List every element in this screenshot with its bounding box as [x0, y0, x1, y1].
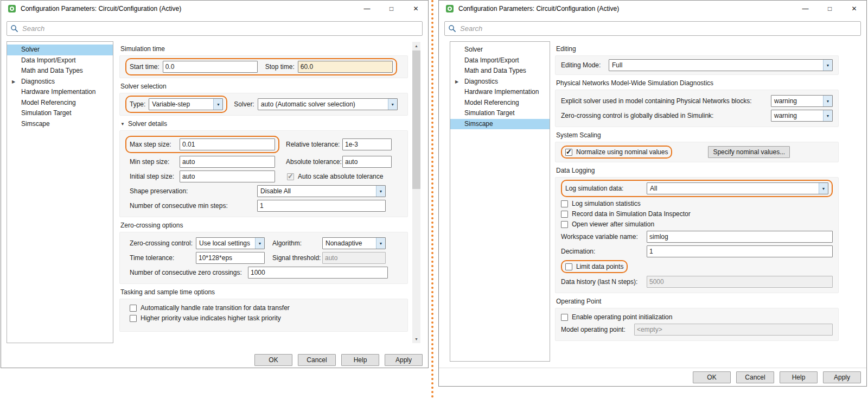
chevron-down-icon[interactable]: [213, 99, 222, 110]
sidebar-item-simscape[interactable]: Simscape: [450, 119, 550, 130]
sidebar-item-data-import-export[interactable]: Data Import/Export: [7, 55, 113, 66]
ok-button[interactable]: OK: [693, 371, 731, 383]
auto-scale-checkbox[interactable]: [287, 173, 294, 180]
solver-label: Solver:: [234, 100, 254, 108]
editing-mode-dropdown[interactable]: Full: [609, 59, 833, 71]
sidebar-item-simulation-target[interactable]: Simulation Target: [7, 108, 113, 119]
apply-button[interactable]: Apply: [385, 354, 423, 366]
open-viewer-checkbox[interactable]: [561, 221, 568, 228]
close-icon[interactable]: ✕: [842, 1, 866, 17]
initial-step-size-label: Initial step size:: [130, 173, 180, 180]
close-icon[interactable]: ✕: [404, 1, 428, 17]
maximize-icon[interactable]: □: [818, 1, 842, 17]
priority-checkbox[interactable]: [130, 315, 137, 322]
search-icon: [448, 24, 456, 33]
vertical-scrollbar[interactable]: ▲ ▼: [412, 42, 420, 343]
ok-button[interactable]: OK: [254, 354, 292, 366]
scrollbar-thumb[interactable]: [412, 50, 420, 189]
sidebar-item-hardware-implementation[interactable]: Hardware Implementation: [450, 87, 550, 98]
cancel-button[interactable]: Cancel: [736, 371, 774, 383]
sidebar-item-model-referencing[interactable]: Model Referencing: [450, 98, 550, 109]
chevron-down-icon[interactable]: [388, 99, 397, 110]
expand-arrow-icon[interactable]: ▶: [455, 77, 458, 87]
sidebar-item-diagnostics[interactable]: ▶Diagnostics: [450, 77, 550, 87]
chevron-down-icon[interactable]: [823, 96, 832, 106]
titlebar[interactable]: Configuration Parameters: Circuit/Config…: [439, 1, 866, 17]
minimize-icon[interactable]: —: [355, 1, 379, 17]
cancel-button[interactable]: Cancel: [298, 354, 336, 366]
algorithm-dropdown[interactable]: Nonadaptive: [322, 237, 386, 249]
max-step-size-input[interactable]: [180, 138, 275, 150]
chevron-down-icon[interactable]: [255, 238, 264, 249]
dotted-divider: [431, 0, 433, 398]
apply-button[interactable]: Apply: [823, 371, 861, 383]
zero-crossing-control-label: Zero-crossing control:: [130, 239, 196, 247]
collapse-arrow-icon[interactable]: ▼: [120, 122, 125, 127]
sidebar-item-data-import-export[interactable]: Data Import/Export: [450, 55, 550, 66]
sidebar-item-hardware-implementation[interactable]: Hardware Implementation: [7, 87, 113, 98]
shape-preservation-dropdown[interactable]: Disable All: [257, 185, 386, 197]
titlebar[interactable]: Configuration Parameters: Circuit/Config…: [1, 1, 428, 17]
search-icon: [10, 24, 18, 33]
search-bar[interactable]: [7, 21, 423, 36]
initial-step-size-input[interactable]: [180, 170, 275, 182]
editing-mode-label: Editing Mode:: [561, 61, 609, 69]
stop-time-input[interactable]: [298, 61, 393, 73]
annotation-start-stop-time: Start time: Stop time:: [125, 58, 397, 75]
solver-dropdown[interactable]: auto (Automatic solver selection): [258, 98, 398, 110]
chevron-down-icon[interactable]: [819, 183, 828, 194]
stop-time-label: Stop time:: [265, 63, 295, 71]
scroll-up-icon[interactable]: ▲: [412, 42, 420, 50]
absolute-tolerance-input[interactable]: [342, 156, 392, 168]
consecutive-min-steps-input[interactable]: [257, 200, 386, 212]
sidebar-item-simulation-target[interactable]: Simulation Target: [450, 108, 550, 119]
chevron-down-icon[interactable]: [376, 186, 385, 197]
chevron-down-icon[interactable]: [376, 238, 385, 249]
decimation-input[interactable]: [647, 245, 833, 257]
enable-operating-point-checkbox[interactable]: [561, 314, 568, 321]
maximize-icon[interactable]: □: [379, 1, 404, 17]
log-simulation-data-dropdown[interactable]: All: [647, 182, 828, 194]
sidebar-item-math-and-data-types[interactable]: Math and Data Types: [450, 66, 550, 77]
zero-crossing-disabled-dropdown[interactable]: warning: [771, 110, 833, 122]
solver-type-dropdown[interactable]: Variable-step: [149, 98, 223, 110]
start-time-input[interactable]: [163, 61, 258, 73]
min-step-size-input[interactable]: [180, 156, 275, 168]
record-inspector-checkbox[interactable]: [561, 211, 568, 218]
chevron-down-icon[interactable]: [823, 110, 832, 121]
search-input[interactable]: [460, 24, 857, 33]
limit-data-points-checkbox[interactable]: [565, 263, 572, 270]
log-statistics-checkbox[interactable]: [561, 200, 568, 207]
solver-details-heading[interactable]: ▼Solver details: [120, 120, 408, 128]
sidebar-item-solver[interactable]: Solver: [7, 45, 113, 55]
search-input[interactable]: [22, 24, 419, 33]
sidebar-item-solver[interactable]: Solver: [450, 45, 550, 55]
scroll-down-icon[interactable]: ▼: [412, 335, 420, 343]
relative-tolerance-input[interactable]: [342, 138, 392, 150]
help-button[interactable]: Help: [341, 354, 379, 366]
data-history-input: [647, 276, 833, 288]
sidebar-item-simscape[interactable]: Simscape: [7, 119, 113, 130]
specify-nominal-values-button[interactable]: Specify nominal values...: [708, 146, 790, 158]
sidebar-item-diagnostics[interactable]: ▶Diagnostics: [7, 77, 113, 87]
normalize-nominal-checkbox[interactable]: [565, 149, 572, 156]
editing-heading: Editing: [556, 45, 839, 53]
chevron-down-icon[interactable]: [823, 60, 832, 71]
sidebar-item-model-referencing[interactable]: Model Referencing: [7, 98, 113, 109]
minimize-icon[interactable]: —: [793, 1, 818, 17]
system-scaling-group: Normalize using nominal values Specify n…: [555, 142, 839, 162]
help-button[interactable]: Help: [780, 371, 818, 383]
explicit-solver-dropdown[interactable]: warning: [771, 95, 833, 107]
time-tolerance-input[interactable]: [196, 252, 265, 264]
rate-transition-checkbox[interactable]: [130, 305, 137, 312]
simulation-time-heading: Simulation time: [120, 45, 408, 53]
solver-settings-panel: Simulation time Start time: Stop time: S…: [119, 41, 408, 332]
workspace-variable-input[interactable]: [647, 231, 833, 243]
consecutive-zero-crossings-label: Number of consecutive zero crossings:: [130, 269, 248, 276]
consecutive-zero-crossings-input[interactable]: [248, 267, 388, 279]
expand-arrow-icon[interactable]: ▶: [12, 77, 15, 87]
sidebar-item-math-and-data-types[interactable]: Math and Data Types: [7, 66, 113, 77]
solver-details-group: Max step size: Relative tolerance: Min s…: [119, 130, 408, 217]
search-bar[interactable]: [444, 21, 861, 36]
zero-crossing-control-dropdown[interactable]: Use local settings: [196, 237, 265, 249]
